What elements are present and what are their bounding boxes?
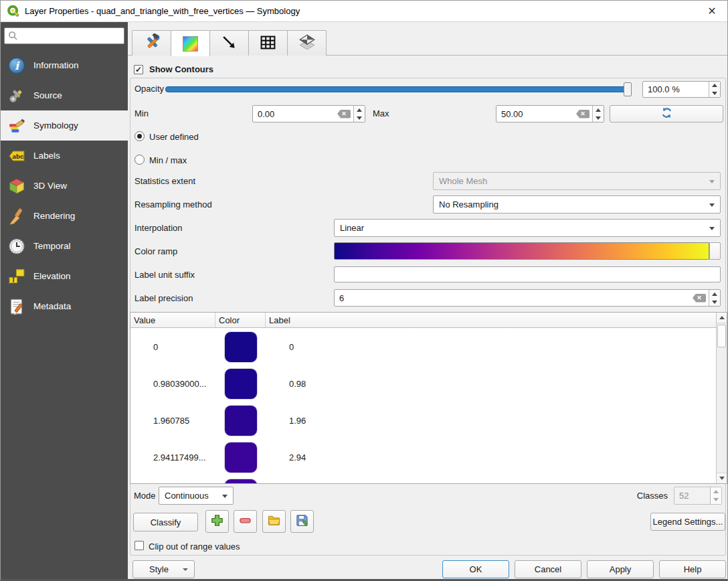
color-ramp-preview[interactable]	[334, 242, 709, 260]
chevron-down-icon	[709, 227, 715, 230]
scroll-down-button[interactable]	[717, 473, 727, 483]
legend-settings-label: Legend Settings...	[653, 517, 723, 527]
classes-spin-buttons	[710, 487, 721, 504]
opacity-input[interactable]	[643, 82, 709, 97]
precision-spin-buttons[interactable]	[709, 290, 720, 306]
tab-rendering-grid[interactable]	[248, 30, 288, 56]
color-swatch[interactable]	[224, 442, 258, 473]
info-icon: i	[7, 56, 27, 75]
help-button-label: Help	[684, 564, 702, 574]
cancel-button-label: Cancel	[535, 564, 561, 574]
close-button[interactable]: ✕	[697, 1, 727, 21]
table-row[interactable]: 0.98039000... 0.98	[130, 365, 716, 402]
color-swatch[interactable]	[224, 368, 258, 400]
sidebar-item-labels[interactable]: abc Labels	[1, 141, 128, 171]
sidebar-search	[4, 27, 124, 44]
add-class-button[interactable]	[205, 510, 229, 533]
clip-out-of-range-checkbox[interactable]	[134, 541, 144, 550]
column-header-value[interactable]: Value	[130, 313, 215, 327]
max-label: Max	[373, 108, 389, 118]
tab-vectors[interactable]	[209, 30, 249, 56]
sidebar-item-elevation[interactable]: Elevation	[1, 261, 128, 291]
show-contours-row: ✓ Show Contours	[134, 64, 213, 74]
label-unit-suffix-input[interactable]	[335, 267, 720, 282]
cancel-button[interactable]: Cancel	[515, 560, 581, 578]
remove-class-button[interactable]	[234, 510, 257, 533]
table-row[interactable]: 1.960785 1.96	[130, 402, 716, 439]
contours-gradient-icon	[183, 36, 198, 52]
symbology-tabbar	[132, 30, 326, 56]
user-defined-radio[interactable]	[134, 131, 145, 141]
color-swatch[interactable]	[224, 331, 258, 363]
reload-min-max-button[interactable]	[610, 105, 723, 122]
apply-button[interactable]: Apply	[587, 560, 654, 578]
ok-button[interactable]: OK	[442, 560, 509, 578]
help-button[interactable]: Help	[659, 560, 726, 578]
interpolation-select[interactable]: Linear	[334, 219, 721, 237]
min-input[interactable]	[253, 106, 337, 122]
label-precision-input[interactable]	[335, 290, 693, 306]
scroll-up-button[interactable]	[717, 313, 727, 323]
statistics-extent-select: Whole Mesh	[433, 172, 721, 190]
classes-input	[674, 487, 710, 504]
legend-settings-button[interactable]: Legend Settings...	[650, 513, 725, 531]
opacity-spin-buttons[interactable]	[709, 82, 720, 97]
triangle-up-icon	[719, 316, 725, 319]
table-body: 0 0 0.98039000... 0.98 1.960785 1	[130, 329, 716, 483]
color-ramp-dropdown-button[interactable]	[709, 242, 721, 260]
max-spin-buttons[interactable]	[592, 106, 604, 122]
opacity-slider[interactable]	[165, 86, 631, 92]
style-menu-button[interactable]: Style	[132, 560, 195, 578]
opacity-spinbox	[642, 81, 721, 98]
folder-icon	[267, 513, 281, 529]
refresh-icon	[660, 106, 673, 121]
statistics-extent-label: Statistics extent	[134, 176, 195, 186]
rendering-brush-icon	[7, 207, 27, 226]
color-swatch[interactable]	[224, 479, 258, 483]
sidebar-item-metadata[interactable]: Metadata	[1, 291, 128, 321]
column-header-label[interactable]: Label	[266, 313, 727, 327]
show-contours-checkbox[interactable]: ✓	[134, 65, 143, 74]
sidebar-item-rendering[interactable]: Rendering	[1, 201, 128, 231]
table-row[interactable]: 2.94117499... 2.94	[130, 439, 716, 476]
ok-button-label: OK	[470, 564, 482, 574]
sidebar-item-information[interactable]: i Information	[1, 50, 128, 80]
tab-contours[interactable]	[171, 30, 210, 56]
minus-icon	[238, 513, 252, 529]
sidebar-item-symbology[interactable]: Symbology	[1, 110, 128, 141]
min-max-radio[interactable]	[134, 155, 145, 165]
color-swatch[interactable]	[224, 405, 258, 436]
clear-precision-icon[interactable]: ✕	[693, 294, 706, 303]
tab-general-settings[interactable]	[132, 30, 171, 56]
classify-button[interactable]: Classify	[133, 513, 198, 531]
sidebar-item-source[interactable]: Source	[1, 80, 128, 110]
style-button-label: Style	[149, 564, 169, 574]
dialog-button-box: Style OK Cancel Apply Help	[128, 558, 727, 581]
resampling-method-select[interactable]: No Resampling	[433, 195, 721, 214]
clear-min-icon[interactable]: ✕	[337, 110, 351, 118]
scrollbar-thumb[interactable]	[717, 325, 726, 347]
sidebar-item-temporal[interactable]: Temporal	[1, 231, 128, 261]
max-input[interactable]	[496, 106, 576, 122]
save-floppy-icon	[295, 513, 309, 529]
clear-max-icon[interactable]: ✕	[576, 110, 589, 118]
column-header-color[interactable]: Color	[215, 313, 266, 327]
table-scrollbar[interactable]	[716, 313, 727, 483]
mode-select[interactable]: Continuous	[159, 487, 234, 505]
opacity-slider-track	[165, 86, 631, 92]
load-color-map-button[interactable]	[262, 510, 286, 533]
table-row[interactable]	[130, 476, 716, 483]
save-color-map-button[interactable]	[290, 510, 314, 533]
min-max-label: Min / max	[149, 155, 187, 165]
qgis-logo-icon	[7, 5, 20, 18]
opacity-slider-handle[interactable]	[624, 82, 632, 96]
table-row[interactable]: 0 0	[130, 329, 716, 365]
min-label: Min	[134, 108, 149, 118]
tab-stacked-mesh-averaging[interactable]	[287, 30, 327, 56]
user-defined-label: User defined	[149, 132, 199, 142]
search-input[interactable]	[18, 31, 124, 41]
chevron-down-icon	[709, 180, 715, 183]
elevation-arrow-icon	[7, 267, 27, 286]
sidebar-item-3d-view[interactable]: 3D View	[1, 171, 128, 201]
min-spin-buttons[interactable]	[353, 106, 365, 122]
